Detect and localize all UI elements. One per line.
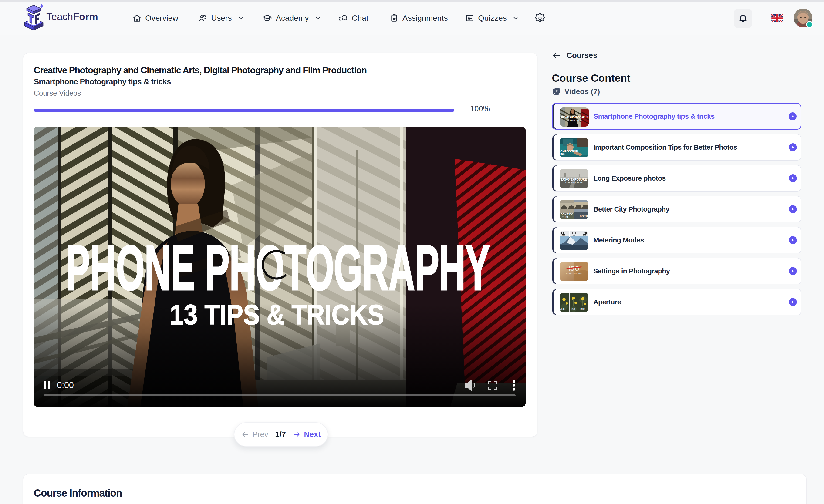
svg-text:matrix: matrix [562,235,565,236]
svg-text:LONG EXPOSURE: LONG EXPOSURE [561,177,587,181]
svg-text:13 TIPS & TRICKS: 13 TIPS & TRICKS [170,299,384,330]
svg-text:DON'T DO: DON'T DO [561,213,573,216]
svg-text:THIS: THIS [562,216,568,219]
svg-text:OMPOSITION: OMPOSITION [560,150,578,153]
svg-text:6 CREATIVE IDEAS: 6 CREATIVE IDEAS [565,182,583,184]
svg-text:f/16: f/16 [571,307,575,310]
svg-text:does not create noise: does not create noise [566,272,582,274]
svg-text:13 TIPS & TRICKS: 13 TIPS & TRICKS [568,120,582,122]
svg-text:PHONE PHOTOGRAPHY: PHONE PHOTOGRAPHY [66,233,490,303]
svg-text:DO THIS: DO THIS [580,215,589,218]
svg-text:PHONE PHOTOGRAPHY: PHONE PHOTOGRAPHY [560,115,588,119]
svg-text:center: center [583,235,586,236]
svg-text:/5.6: /5.6 [560,307,564,310]
svg-text:spot: spot [573,235,576,236]
svg-text:0:00: 0:00 [57,380,74,390]
svg-text:IPS: IPS [560,153,565,156]
svg-text:f/32: f/32 [580,307,585,310]
